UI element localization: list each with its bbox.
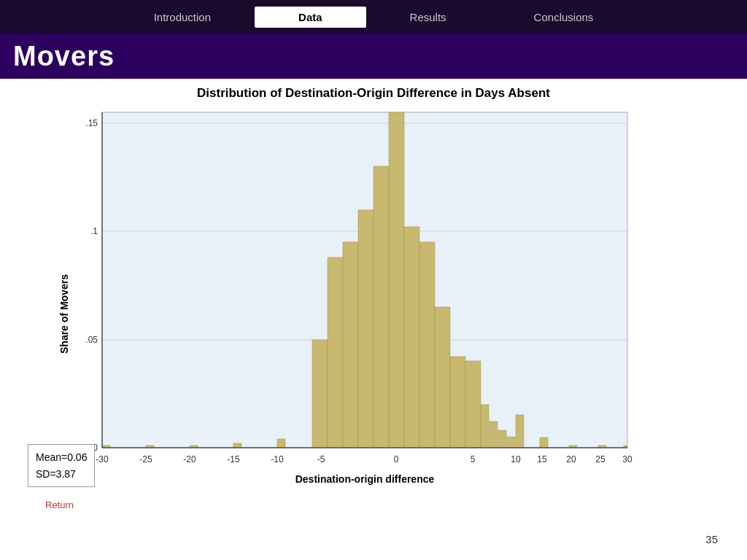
main-content: Distribution of Destination-Origin Diffe…: [0, 79, 747, 553]
svg-text:.15: .15: [85, 118, 98, 128]
svg-text:.1: .1: [90, 226, 98, 236]
svg-rect-14: [312, 340, 328, 448]
svg-rect-20: [404, 227, 419, 448]
svg-rect-29: [516, 415, 524, 448]
y-axis-label: Share of Movers: [58, 105, 70, 494]
svg-text:0: 0: [394, 454, 399, 464]
page-number: 35: [705, 533, 718, 545]
svg-text:30: 30: [622, 454, 632, 464]
chart-svg-wrapper: 0 .05 .1 .15: [73, 105, 732, 494]
svg-text:Destination-origin difference: Destination-origin difference: [295, 473, 435, 485]
chart-container: Share of Movers 0 .05 .1: [58, 105, 732, 494]
svg-rect-18: [374, 166, 389, 448]
stats-box: Mean=0.06 SD=3.87: [28, 444, 95, 487]
svg-rect-25: [481, 405, 489, 448]
svg-rect-17: [358, 210, 374, 448]
svg-rect-19: [389, 112, 404, 448]
svg-rect-23: [450, 357, 465, 448]
svg-rect-30: [540, 438, 548, 448]
nav-results[interactable]: Results: [366, 11, 490, 23]
chart-title: Distribution of Destination-Origin Diffe…: [15, 86, 732, 101]
bottom-bar: Mean=0.06 SD=3.87 Return 35: [15, 494, 732, 553]
svg-text:20: 20: [566, 454, 576, 464]
nav-data[interactable]: Data: [255, 7, 366, 28]
page-title: Movers: [13, 41, 115, 72]
svg-rect-28: [507, 437, 515, 448]
svg-text:15: 15: [537, 454, 547, 464]
return-link[interactable]: Return: [45, 499, 74, 510]
svg-text:-25: -25: [139, 454, 152, 464]
svg-text:10: 10: [511, 454, 521, 464]
svg-text:25: 25: [595, 454, 605, 464]
svg-text:5: 5: [471, 454, 476, 464]
svg-rect-21: [419, 242, 435, 448]
top-nav: Introduction Data Results Conclusions: [0, 0, 747, 34]
mean-stat: Mean=0.06: [36, 449, 87, 465]
svg-rect-13: [277, 439, 285, 448]
svg-text:-15: -15: [227, 454, 240, 464]
svg-rect-16: [343, 242, 358, 448]
histogram-chart: 0 .05 .1 .15: [73, 105, 642, 491]
title-bar: Movers: [0, 34, 747, 79]
svg-text:.05: .05: [85, 335, 98, 345]
svg-text:-30: -30: [96, 454, 109, 464]
svg-text:-20: -20: [183, 454, 196, 464]
svg-rect-12: [233, 443, 241, 448]
svg-text:-5: -5: [317, 454, 325, 464]
svg-rect-24: [465, 361, 481, 448]
nav-introduction[interactable]: Introduction: [110, 11, 255, 23]
svg-rect-26: [489, 421, 498, 448]
svg-rect-22: [435, 307, 450, 448]
svg-rect-15: [328, 257, 343, 448]
nav-conclusions[interactable]: Conclusions: [490, 11, 638, 23]
svg-rect-27: [498, 430, 506, 448]
svg-text:-10: -10: [271, 454, 284, 464]
sd-stat: SD=3.87: [36, 466, 87, 482]
